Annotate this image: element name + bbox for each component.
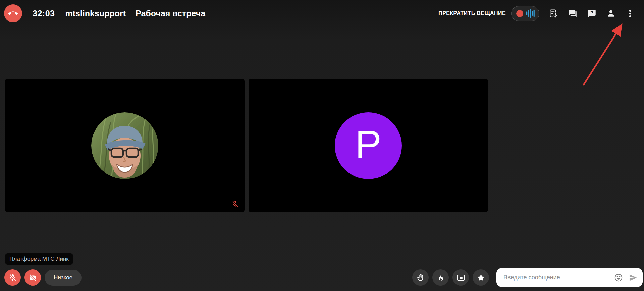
chat-icon [568, 9, 577, 18]
flame-icon [436, 273, 445, 282]
pip-button[interactable] [452, 269, 469, 286]
controls-right [412, 268, 643, 287]
connection-quality-button[interactable]: Низкое [45, 270, 82, 286]
mic-muted-icon [231, 200, 239, 208]
video-grid: P [5, 79, 488, 212]
meeting-window: 32:03 mtslinksupport Рабочая встреча ПРЕ… [0, 0, 644, 291]
picture-in-picture-icon [457, 273, 465, 282]
controls-left: Низкое [4, 269, 82, 286]
audio-waveform-icon [526, 9, 535, 18]
favorites-button[interactable] [473, 269, 489, 286]
help-icon: ? [587, 9, 596, 18]
reactions-button[interactable] [432, 269, 449, 286]
more-options-button[interactable] [625, 8, 635, 18]
end-call-button[interactable] [4, 4, 22, 22]
camera-toggle-button[interactable] [24, 269, 41, 286]
participant-tile-guest[interactable]: P [249, 79, 488, 212]
kebab-menu-icon [626, 9, 635, 18]
chat-input-container [496, 268, 643, 287]
topbar-actions: ПРЕКРАТИТЬ ВЕЩАНИЕ [438, 6, 635, 21]
transcription-icon [549, 9, 558, 18]
transcription-button[interactable] [548, 8, 558, 18]
raise-hand-button[interactable] [412, 269, 429, 286]
account-name: mtslinksupport [65, 9, 126, 18]
microphone-toggle-button[interactable] [4, 269, 21, 286]
emoji-picker-button[interactable] [614, 273, 623, 282]
chat-button[interactable] [568, 8, 578, 18]
help-button[interactable]: ? [587, 8, 597, 18]
end-call-icon [8, 9, 18, 18]
emoji-icon [614, 273, 623, 282]
svg-text:?: ? [590, 10, 593, 15]
participant-avatar-photo [91, 112, 158, 179]
meeting-title: Рабочая встреча [136, 9, 205, 18]
recording-indicator-button[interactable] [511, 6, 539, 21]
mic-off-icon [8, 273, 17, 282]
topbar: 32:03 mtslinksupport Рабочая встреча ПРЕ… [0, 0, 644, 27]
platform-label: Платформа МТС Линк [5, 253, 73, 265]
raise-hand-icon [416, 273, 425, 282]
participant-tile-host[interactable] [5, 79, 245, 212]
participants-button[interactable] [606, 8, 616, 18]
participant-avatar-initial: P [335, 112, 402, 179]
star-icon [477, 273, 485, 282]
send-icon [628, 273, 638, 282]
recording-dot-icon [516, 10, 523, 17]
participants-icon [606, 9, 615, 18]
send-message-button[interactable] [628, 273, 638, 282]
participant-initial-letter: P [355, 125, 382, 164]
stop-broadcast-button[interactable]: ПРЕКРАТИТЬ ВЕЩАНИЕ [438, 10, 506, 16]
chat-message-input[interactable] [503, 274, 609, 281]
meeting-timer: 32:03 [33, 9, 55, 18]
videocam-off-icon [29, 273, 37, 282]
